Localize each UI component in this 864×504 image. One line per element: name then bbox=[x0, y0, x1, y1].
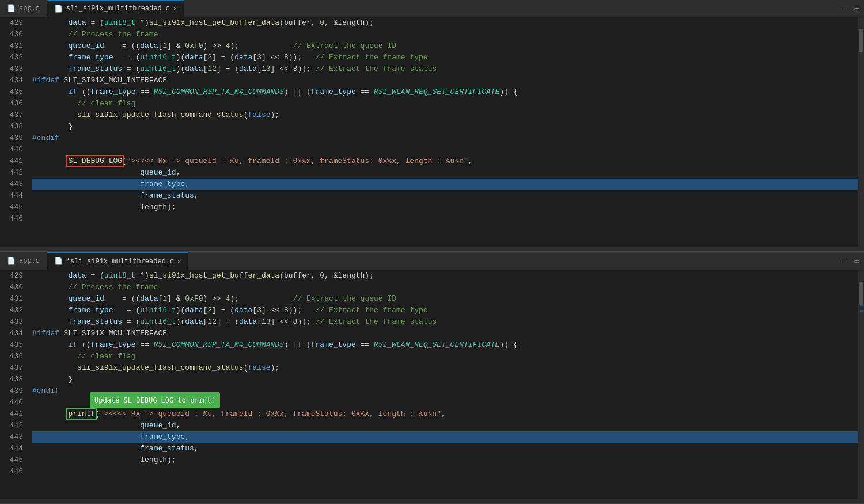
line-437-top: sli_si91x_update_flash_command_status(fa… bbox=[32, 109, 858, 121]
line-440-bottom bbox=[32, 397, 858, 408]
line-445-top: length); bbox=[32, 202, 858, 213]
tab-app-c-bottom[interactable]: 📄 app.c bbox=[0, 252, 47, 270]
pane-controls-bottom: ― ▭ bbox=[840, 253, 864, 270]
ln-441-bottom: 441 bbox=[0, 408, 23, 420]
close-tab-bottom[interactable]: ✕ bbox=[177, 258, 181, 265]
line-432-top: frame_type = (uint16_t)(data[2] + (data[… bbox=[32, 52, 858, 63]
file-icon-bottom-2: 📄 bbox=[54, 257, 63, 266]
tab-bar-bottom: 📄 app.c 📄 *sli_si91x_multithreaded.c ✕ ―… bbox=[0, 253, 864, 270]
ln-442-bottom: 442 bbox=[0, 420, 23, 431]
ln-438-top: 438 bbox=[0, 121, 23, 132]
ln-435-bottom: 435 bbox=[0, 339, 23, 351]
ln-429-bottom: 429 bbox=[0, 270, 23, 282]
file-icon-top-2: 📄 bbox=[54, 5, 63, 13]
ln-443-top: 443 bbox=[0, 179, 23, 190]
scrollbar-thumb-bottom[interactable] bbox=[859, 282, 863, 305]
tab-label-app-c-top: app.c bbox=[19, 5, 40, 13]
pane-controls-top: ― ▭ bbox=[840, 0, 864, 17]
tab-app-c-top[interactable]: 📄 app.c bbox=[0, 0, 47, 17]
line-442-bottom: queue_id, bbox=[32, 420, 858, 431]
ln-429-top: 429 bbox=[0, 17, 23, 29]
restore-pane-top[interactable]: ▭ bbox=[852, 3, 862, 15]
line-431-top: queue_id = ((data[1] & 0xF0) >> 4); // E… bbox=[32, 40, 858, 52]
ln-433-top: 433 bbox=[0, 63, 23, 75]
line-numbers-top: 429 430 431 432 433 434 435 436 437 438 … bbox=[0, 17, 28, 247]
line-437-bottom: sli_si91x_update_flash_command_status(fa… bbox=[32, 362, 858, 374]
ln-440-bottom: 440 bbox=[0, 397, 23, 408]
line-429-top: data = (uint8_t *)sl_si91x_host_get_buff… bbox=[32, 17, 858, 29]
printf-greenbox-bottom: printf bbox=[68, 410, 95, 418]
ln-434-top: 434 bbox=[0, 75, 23, 86]
ln-445-bottom: 445 bbox=[0, 454, 23, 466]
line-443-bottom: frame_type, bbox=[32, 431, 858, 443]
ln-442-top: 442 bbox=[0, 167, 23, 179]
line-442-top: queue_id, bbox=[32, 167, 858, 179]
ln-433-bottom: 433 bbox=[0, 316, 23, 328]
sl-debug-log-redbox-top: SL_DEBUG_LOG bbox=[68, 157, 122, 165]
line-436-bottom: // clear flag bbox=[32, 351, 858, 362]
scrollbar-h-top[interactable] bbox=[0, 247, 864, 251]
line-429-bottom: data = (uint8_t *)sl_si91x_host_get_buff… bbox=[32, 270, 858, 282]
tab-label-multithreaded-bottom: *sli_si91x_multithreaded.c bbox=[66, 257, 174, 266]
line-430-top: // Process the frame bbox=[32, 29, 858, 40]
ln-446-bottom: 446 bbox=[0, 466, 23, 478]
ln-435-top: 435 bbox=[0, 86, 23, 98]
line-439-bottom: #endif bbox=[32, 385, 858, 397]
ln-439-bottom: 439 bbox=[0, 385, 23, 397]
line-435-bottom: if ((frame_type == RSI_COMMON_RSP_TA_M4_… bbox=[32, 339, 858, 351]
ln-430-bottom: 430 bbox=[0, 282, 23, 293]
line-430-bottom: // Process the frame bbox=[32, 282, 858, 293]
ln-441-top: 441 bbox=[0, 156, 23, 167]
ln-436-top: 436 bbox=[0, 98, 23, 109]
ln-434-bottom: 434 bbox=[0, 328, 23, 339]
line-434-top: #ifdef SLI_SI91X_MCU_INTERFACE bbox=[32, 75, 858, 86]
line-440-top bbox=[32, 144, 858, 156]
line-441-top: SL_DEBUG_LOG("><<<< Rx -> queueId : %u, … bbox=[32, 156, 858, 167]
scrollbar-thumb-top[interactable] bbox=[859, 29, 863, 52]
line-441-bottom: printf("><<<< Rx -> queueId : %u, frameI… bbox=[32, 408, 858, 420]
ln-431-bottom: 431 bbox=[0, 293, 23, 305]
scrollbar-v-top[interactable] bbox=[858, 17, 864, 247]
line-446-top bbox=[32, 213, 858, 225]
editor-pane-top: 📄 app.c 📄 sli_si91x_multithreaded.c ✕ ― … bbox=[0, 0, 864, 252]
scrollbar-h-bottom[interactable] bbox=[0, 499, 864, 503]
ln-436-bottom: 436 bbox=[0, 351, 23, 362]
line-438-bottom: } bbox=[32, 374, 858, 385]
line-444-top: frame_status, bbox=[32, 190, 858, 202]
code-content-top[interactable]: data = (uint8_t *)sl_si91x_host_get_buff… bbox=[28, 17, 858, 247]
ln-443-bottom: 443 bbox=[0, 431, 23, 443]
ln-437-top: 437 bbox=[0, 109, 23, 121]
code-content-bottom[interactable]: data = (uint8_t *)sl_si91x_host_get_buff… bbox=[28, 270, 858, 499]
tab-bar-top: 📄 app.c 📄 sli_si91x_multithreaded.c ✕ ― … bbox=[0, 0, 864, 17]
line-444-bottom: frame_status, bbox=[32, 443, 858, 454]
line-446-bottom bbox=[32, 466, 858, 478]
ln-430-top: 430 bbox=[0, 29, 23, 40]
ln-431-top: 431 bbox=[0, 40, 23, 52]
line-438-top: } bbox=[32, 121, 858, 132]
ln-432-bottom: 432 bbox=[0, 305, 23, 316]
ln-440-top: 440 bbox=[0, 144, 23, 156]
minimize-pane-top[interactable]: ― bbox=[840, 3, 850, 14]
file-icon-top-1: 📄 bbox=[7, 4, 16, 13]
line-431-bottom: queue_id = ((data[1] & 0xF0) >> 4); // E… bbox=[32, 293, 858, 305]
tab-label-app-c-bottom: app.c bbox=[19, 257, 40, 265]
code-area-bottom: 429 430 431 432 433 434 435 436 437 438 … bbox=[0, 270, 864, 499]
line-439-top: #endif bbox=[32, 132, 858, 144]
ln-444-bottom: 444 bbox=[0, 443, 23, 454]
restore-pane-bottom[interactable]: ▭ bbox=[852, 255, 862, 267]
ln-444-top: 444 bbox=[0, 190, 23, 202]
minimize-pane-bottom[interactable]: ― bbox=[840, 256, 850, 267]
tab-multithreaded-top[interactable]: 📄 sli_si91x_multithreaded.c ✕ bbox=[47, 0, 184, 17]
line-433-top: frame_status = (uint16_t)(data[12] + (da… bbox=[32, 63, 858, 75]
file-icon-bottom-1: 📄 bbox=[7, 257, 16, 266]
close-tab-top[interactable]: ✕ bbox=[173, 5, 177, 12]
line-436-top: // clear flag bbox=[32, 98, 858, 109]
line-445-bottom: length); bbox=[32, 454, 858, 466]
ln-432-top: 432 bbox=[0, 52, 23, 63]
line-435-top: if ((frame_type == RSI_COMMON_RSP_TA_M4_… bbox=[32, 86, 858, 98]
scrollbar-v-bottom[interactable] bbox=[858, 270, 864, 499]
ln-438-bottom: 438 bbox=[0, 374, 23, 385]
tab-multithreaded-bottom[interactable]: 📄 *sli_si91x_multithreaded.c ✕ bbox=[47, 252, 188, 270]
line-432-bottom: frame_type = (uint16_t)(data[2] + (data[… bbox=[32, 305, 858, 316]
tab-label-multithreaded-top: sli_si91x_multithreaded.c bbox=[66, 5, 170, 13]
